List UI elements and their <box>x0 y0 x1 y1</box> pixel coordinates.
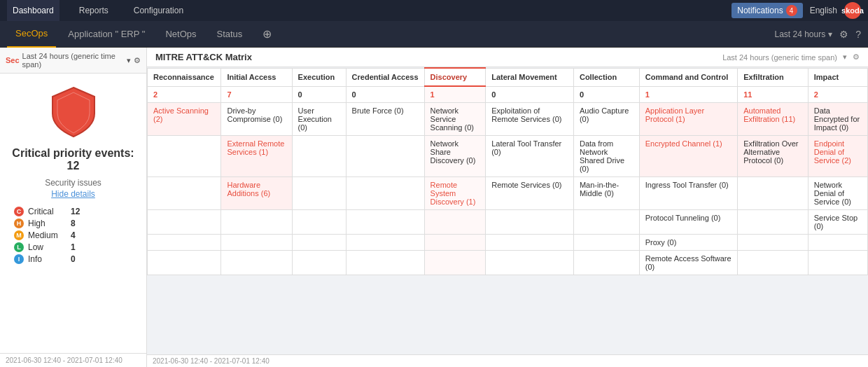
matrix-header-row: Reconnaissance Initial Access Execution … <box>148 68 868 86</box>
matrix-chevron-icon[interactable]: ▾ <box>843 53 847 62</box>
matrix-title: MITRE ATT&CK Matrix <box>155 52 252 62</box>
user-avatar[interactable]: skoda <box>844 2 861 19</box>
cell-lat-3: Remote Services (0) <box>486 177 574 210</box>
subnav-add-icon[interactable]: ⊕ <box>254 21 280 48</box>
cell-exfil-3 <box>738 177 808 210</box>
cell-ia-1: Drive-by Compromise (0) <box>221 103 292 136</box>
cell-impact-5 <box>808 235 867 251</box>
cell-coll-2: Data from Network Shared Drive (0) <box>573 136 639 177</box>
subnav-secops[interactable]: SecOps <box>7 21 56 48</box>
matrix-row-4: Protocol Tunneling (0) Service Stop (0) <box>148 210 868 235</box>
col-header-impact: Impact <box>808 68 867 86</box>
cell-impact-6 <box>808 251 867 275</box>
left-filter-label: Sec <box>6 56 20 64</box>
cell-cc-4: Protocol Tunneling (0) <box>639 210 738 235</box>
nav-configuration[interactable]: Configuration <box>128 0 189 21</box>
critical-count: 12 <box>71 207 80 216</box>
notifications-badge: 4 <box>786 5 797 16</box>
severity-row-medium: M Medium 4 <box>14 230 132 240</box>
severity-row-low: L Low 1 <box>14 242 132 252</box>
medium-label: Medium <box>28 230 66 240</box>
nav-reports[interactable]: Reports <box>74 0 114 21</box>
col-header-collection: Collection <box>573 68 639 86</box>
critical-events-title: Critical priority events: 12 <box>0 144 146 176</box>
shield-icon <box>49 84 98 140</box>
time-filter-selector[interactable]: Last 24 hours ▾ <box>774 29 832 39</box>
col-header-exfiltration: Exfiltration <box>738 68 808 86</box>
shield-container <box>0 74 146 144</box>
cell-cred-3 <box>346 177 424 210</box>
critical-label: Critical <box>28 207 66 216</box>
cell-cred-5 <box>346 235 424 251</box>
left-panel-footer: 2021-06-30 12:40 - 2021-07-01 12:40 <box>0 353 146 367</box>
nav-dashboard[interactable]: Dashboard <box>7 0 59 21</box>
info-count: 0 <box>71 254 76 264</box>
cell-exfil-2: Exfiltration Over Alternative Protocol (… <box>738 136 808 177</box>
matrix-row-5: Proxy (0) <box>148 235 868 251</box>
matrix-settings-icon[interactable]: ⚙ <box>853 53 860 62</box>
cell-exfil-5 <box>738 235 808 251</box>
subnav-status[interactable]: Status <box>209 21 251 48</box>
low-label: Low <box>28 242 66 252</box>
cell-cc-2[interactable]: Encrypted Channel (1) <box>639 136 738 177</box>
settings-icon[interactable]: ⚙ <box>839 29 848 40</box>
col-header-discovery: Discovery <box>424 68 486 86</box>
cell-coll-6 <box>573 251 639 275</box>
notifications-button[interactable]: Notifications 4 <box>732 3 802 18</box>
help-icon[interactable]: ? <box>855 29 861 40</box>
cell-cc-5: Proxy (0) <box>639 235 738 251</box>
top-nav-right: Notifications 4 English skoda <box>732 2 861 19</box>
cell-cc-1[interactable]: Application Layer Protocol (1) <box>639 103 738 136</box>
matrix-footer: 2021-06-30 12:40 - 2021-07-01 12:40 <box>147 354 868 367</box>
low-badge: L <box>14 242 24 252</box>
mitre-matrix-table: Reconnaissance Initial Access Execution … <box>147 67 868 275</box>
cell-coll-4 <box>573 210 639 235</box>
cell-disc-3[interactable]: Remote System Discovery (1) <box>424 177 486 210</box>
top-nav-items: Dashboard Reports Configuration <box>7 0 189 21</box>
medium-count: 4 <box>71 230 76 240</box>
count-initial-access: 7 <box>221 86 292 103</box>
cell-impact-3: Network Denial of Service (0) <box>808 177 867 210</box>
sub-nav-right: Last 24 hours ▾ ⚙ ? <box>774 29 861 40</box>
col-header-command-control: Command and Control <box>639 68 738 86</box>
cell-recon-1[interactable]: Active Scanning (2) <box>148 103 221 136</box>
severity-row-critical: C Critical 12 <box>14 207 132 216</box>
col-header-execution: Execution <box>292 68 346 86</box>
cell-exfil-6 <box>738 251 808 275</box>
cell-coll-3: Man-in-the-Middle (0) <box>573 177 639 210</box>
col-header-credential-access: Credential Access <box>346 68 424 86</box>
cell-cc-3: Ingress Tool Transfer (0) <box>639 177 738 210</box>
cell-disc-5 <box>424 235 486 251</box>
cell-exfil-4 <box>738 210 808 235</box>
cell-exec-2 <box>292 136 346 177</box>
cell-ia-3[interactable]: Hardware Additions (6) <box>221 177 292 210</box>
time-filter-label: Last 24 hours <box>774 29 825 39</box>
severity-row-info: I Info 0 <box>14 254 132 264</box>
cell-ia-2[interactable]: External Remote Services (1) <box>221 136 292 177</box>
matrix-scroll[interactable]: Reconnaissance Initial Access Execution … <box>147 67 868 354</box>
info-badge: I <box>14 254 24 264</box>
cell-exfil-1[interactable]: Automated Exfiltration (11) <box>738 103 808 136</box>
cell-ia-4 <box>221 210 292 235</box>
matrix-time-label: Last 24 hours (generic time span) <box>722 53 837 62</box>
high-badge: H <box>14 219 24 228</box>
cell-exec-3 <box>292 177 346 210</box>
subnav-erp[interactable]: Application " ERP " <box>59 21 153 48</box>
cell-ia-6 <box>221 251 292 275</box>
left-filter-chevron[interactable]: ▾ <box>127 56 131 65</box>
hide-details-link[interactable]: Hide details <box>0 189 146 199</box>
matrix-header: MITRE ATT&CK Matrix Last 24 hours (gener… <box>147 48 868 67</box>
matrix-header-right: Last 24 hours (generic time span) ▾ ⚙ <box>722 53 860 62</box>
subnav-netops[interactable]: NetOps <box>157 21 204 48</box>
cell-recon-3 <box>148 177 221 210</box>
count-discovery: 1 <box>424 86 486 103</box>
severity-row-high: H High 8 <box>14 219 132 228</box>
high-count: 8 <box>71 219 76 228</box>
left-time-label: Last 24 hours (generic time span) <box>22 52 124 69</box>
left-settings-icon[interactable]: ⚙ <box>134 56 141 65</box>
left-panel: Sec Last 24 hours (generic time span) ▾ … <box>0 48 147 367</box>
cell-impact-2[interactable]: Endpoint Denial of Service (2) <box>808 136 867 177</box>
cell-cred-1: Brute Force (0) <box>346 103 424 136</box>
language-selector[interactable]: English <box>810 6 837 15</box>
cell-recon-2 <box>148 136 221 177</box>
